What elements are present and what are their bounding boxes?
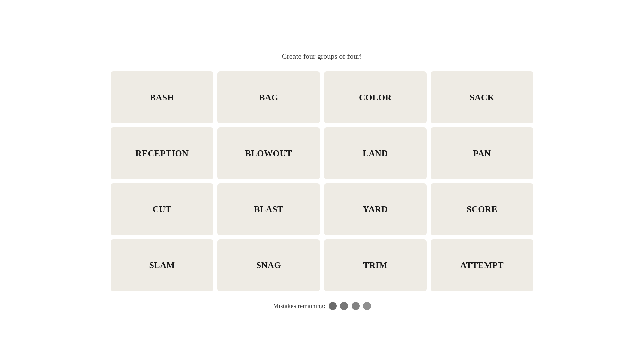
card-cut[interactable]: CUT bbox=[111, 183, 213, 235]
card-attempt[interactable]: ATTEMPT bbox=[431, 239, 533, 291]
card-label-snag: SNAG bbox=[256, 260, 281, 270]
card-label-slam: SLAM bbox=[149, 260, 175, 270]
mistakes-row: Mistakes remaining: bbox=[273, 302, 371, 310]
card-slam[interactable]: SLAM bbox=[111, 239, 213, 291]
card-label-attempt: ATTEMPT bbox=[460, 260, 504, 270]
card-label-trim: TRIM bbox=[363, 260, 388, 270]
card-blowout[interactable]: BLOWOUT bbox=[217, 127, 320, 179]
card-trim[interactable]: TRIM bbox=[324, 239, 427, 291]
card-blast[interactable]: BLAST bbox=[217, 183, 320, 235]
word-grid: BASHBAGCOLORSACKRECEPTIONBLOWOUTLANDPANC… bbox=[111, 71, 533, 291]
card-label-pan: PAN bbox=[473, 148, 491, 159]
card-land[interactable]: LAND bbox=[324, 127, 427, 179]
subtitle: Create four groups of four! bbox=[282, 52, 362, 61]
card-snag[interactable]: SNAG bbox=[217, 239, 320, 291]
card-label-score: SCORE bbox=[467, 204, 497, 215]
card-label-color: COLOR bbox=[359, 93, 392, 103]
mistake-dot-2 bbox=[340, 302, 348, 310]
card-reception[interactable]: RECEPTION bbox=[111, 127, 213, 179]
mistake-dot-4 bbox=[363, 302, 371, 310]
card-label-yard: YARD bbox=[363, 204, 388, 215]
card-label-bash: BASH bbox=[150, 93, 174, 103]
mistakes-dots bbox=[329, 302, 371, 310]
card-bag[interactable]: BAG bbox=[217, 71, 320, 123]
card-pan[interactable]: PAN bbox=[431, 127, 533, 179]
card-score[interactable]: SCORE bbox=[431, 183, 533, 235]
mistake-dot-1 bbox=[329, 302, 337, 310]
card-label-land: LAND bbox=[363, 148, 388, 159]
card-label-bag: BAG bbox=[259, 93, 278, 103]
card-label-blast: BLAST bbox=[254, 204, 283, 215]
page-wrapper: Create four groups of four! BASHBAGCOLOR… bbox=[111, 52, 533, 310]
card-color[interactable]: COLOR bbox=[324, 71, 427, 123]
mistake-dot-3 bbox=[352, 302, 360, 310]
card-label-blowout: BLOWOUT bbox=[245, 148, 292, 159]
card-yard[interactable]: YARD bbox=[324, 183, 427, 235]
card-label-sack: SACK bbox=[470, 93, 494, 103]
card-label-cut: CUT bbox=[153, 204, 171, 215]
card-bash[interactable]: BASH bbox=[111, 71, 213, 123]
card-label-reception: RECEPTION bbox=[135, 148, 189, 159]
card-sack[interactable]: SACK bbox=[431, 71, 533, 123]
mistakes-label: Mistakes remaining: bbox=[273, 302, 325, 310]
